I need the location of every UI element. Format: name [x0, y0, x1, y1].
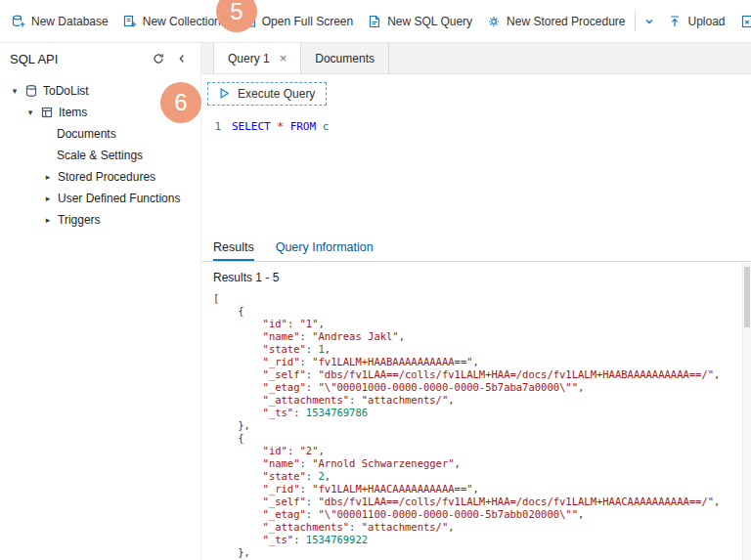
query-editor[interactable]: 1 SELECT * FROM c — [201, 119, 751, 134]
new-collection-label: New Collection — [143, 15, 221, 28]
chevron-collapsed-icon[interactable]: ▸ — [43, 172, 53, 182]
results-pane: Results Query Information Results 1 - 5 … — [201, 235, 751, 560]
delete-collection-icon — [739, 14, 751, 29]
results-scrollbar[interactable] — [742, 263, 751, 560]
json-line: "_self": "dbs/fv1LAA==/colls/fv1LALM+HAA… — [213, 495, 751, 508]
tree-item-label: Scale & Settings — [57, 149, 143, 162]
upload-icon — [667, 14, 683, 29]
tree-item-label: Stored Procedures — [58, 170, 155, 184]
json-line: [ — [213, 292, 751, 305]
tab-query-information[interactable]: Query Information — [276, 235, 374, 261]
command-bar: New Database New Collection Open Full Sc… — [0, 0, 751, 43]
annotation-number: 5 — [230, 0, 243, 25]
refresh-icon — [152, 52, 165, 65]
new-stored-procedure-icon — [486, 14, 502, 29]
json-line: "id": "2", — [213, 445, 751, 457]
json-line: }, — [213, 419, 751, 432]
json-line: "name": "Arnold Schwarzenegger", — [213, 457, 751, 470]
collapse-pane-button[interactable] — [175, 52, 189, 65]
chevron-down-icon — [643, 16, 655, 27]
tree-item-label: Triggers — [58, 213, 101, 227]
play-icon — [216, 86, 231, 101]
chevron-collapsed-icon[interactable]: ▸ — [43, 215, 53, 225]
main-pane: Query 1 × Documents Execute Query 1 SELE… — [201, 43, 751, 560]
tab-query-1[interactable]: Query 1 × — [213, 43, 301, 73]
tree-item-triggers[interactable]: ▸ Triggers — [0, 209, 200, 231]
results-json[interactable]: [ { "id": "1", "name": "Andreas Jakl", "… — [201, 289, 751, 559]
refresh-button[interactable] — [152, 52, 165, 65]
tree-item-documents[interactable]: Documents — [0, 123, 200, 145]
query-token: * — [271, 120, 290, 133]
database-icon — [24, 84, 38, 98]
json-line: "_etag": "\"00001100-0000-0000-0000-5b7a… — [213, 508, 751, 521]
execute-query-label: Execute Query — [238, 87, 315, 101]
tab-bar: Query 1 × Documents — [201, 43, 751, 74]
upload-label: Upload — [687, 15, 725, 28]
query-token: FROM — [290, 120, 317, 133]
results-tab-bar: Results Query Information — [201, 235, 751, 262]
json-line: "_attachments": "attachments/", — [213, 521, 751, 534]
json-line: "_self": "dbs/fv1LAA==/colls/fv1LALM+HAA… — [213, 368, 751, 381]
annotation-number: 6 — [174, 89, 187, 116]
tree-item-label: Items — [59, 106, 87, 119]
collection-icon — [40, 106, 54, 119]
line-number: 1 — [211, 119, 221, 134]
tree-item-stored-procedures[interactable]: ▸ Stored Procedures — [0, 166, 200, 188]
open-full-screen-label: Open Full Screen — [262, 15, 353, 28]
query-code: SELECT * FROM c — [232, 119, 329, 134]
json-line: }, — [213, 546, 751, 559]
json-line: "_attachments": "attachments/", — [213, 394, 751, 407]
json-line: { — [213, 432, 751, 445]
toolbar-divider — [635, 12, 636, 31]
new-stored-procedure-label: New Stored Procedure — [507, 15, 625, 28]
api-title: SQL API — [10, 52, 58, 66]
close-tab-icon[interactable]: × — [280, 52, 287, 65]
json-line: "state": 1, — [213, 343, 751, 356]
tree-item-scale-settings[interactable]: Scale & Settings — [0, 145, 200, 166]
new-stored-procedure-dropdown-button[interactable] — [639, 7, 660, 36]
json-line: "_rid": "fv1LALM+HAACAAAAAAAAAA==", — [213, 483, 751, 495]
json-line: "id": "1", — [213, 318, 751, 330]
query-token: c — [316, 120, 329, 133]
tab-results[interactable]: Results — [213, 235, 254, 261]
json-line: "state": 2, — [213, 470, 751, 483]
json-line: "name": "Andreas Jakl", — [213, 330, 751, 343]
annotation-step-6: 6 — [160, 82, 201, 123]
chevron-expanded-icon[interactable]: ▾ — [10, 86, 20, 96]
new-sql-query-label: New SQL Query — [387, 15, 472, 28]
delete-collection-button[interactable]: Delete Collection — [732, 7, 751, 36]
tree-item-user-defined-functions[interactable]: ▸ User Defined Functions — [0, 188, 200, 209]
workspace: SQL API ▾ ToDoList ▾ Items — [0, 43, 751, 560]
sidebar-actions — [152, 52, 189, 65]
query-token: SELECT — [232, 120, 271, 133]
upload-button[interactable]: Upload — [660, 7, 731, 36]
collapse-chevron-icon — [175, 52, 189, 65]
scrollbar-thumb[interactable] — [744, 267, 750, 327]
chevron-collapsed-icon[interactable]: ▸ — [43, 194, 53, 203]
json-line: "_rid": "fv1LALM+HAABAAAAAAAAAA==", — [213, 356, 751, 368]
json-line: "_ts": 1534769922 — [213, 534, 751, 546]
tree-item-label: User Defined Functions — [58, 192, 180, 205]
json-line: { — [213, 305, 751, 318]
new-collection-icon — [122, 14, 138, 29]
tab-documents[interactable]: Documents — [301, 43, 389, 73]
results-count: Results 1 - 5 — [201, 262, 751, 289]
new-stored-procedure-button[interactable]: New Stored Procedure — [479, 7, 632, 36]
tab-label: Query 1 — [228, 52, 270, 65]
new-database-button[interactable]: New Database — [4, 7, 115, 36]
new-database-label: New Database — [31, 15, 109, 28]
new-sql-query-icon — [367, 14, 382, 29]
execute-query-button[interactable]: Execute Query — [207, 82, 327, 106]
json-line: "_etag": "\"00001000-0000-0000-0000-5b7a… — [213, 381, 751, 394]
json-line: "_ts": 1534769786 — [213, 407, 751, 419]
chevron-expanded-icon[interactable]: ▾ — [25, 108, 35, 117]
sidebar-header: SQL API — [0, 43, 200, 74]
new-database-icon — [11, 14, 26, 29]
tab-label: Documents — [315, 52, 375, 65]
query-pane: Execute Query 1 SELECT * FROM c — [201, 74, 751, 235]
new-sql-query-button[interactable]: New SQL Query — [360, 7, 479, 36]
tree-item-label: Documents — [57, 127, 116, 141]
new-collection-button[interactable]: New Collection — [115, 7, 228, 36]
tree-item-label: ToDoList — [43, 84, 89, 98]
